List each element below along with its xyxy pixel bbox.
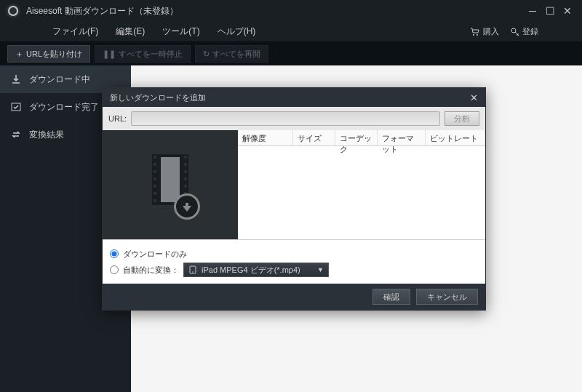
col-bitrate: ビットレート [426, 130, 485, 145]
register-button[interactable]: 登録 [511, 26, 538, 37]
buy-button[interactable]: 購入 [470, 26, 499, 37]
convert-icon [10, 129, 22, 140]
menu-help[interactable]: ヘルプ(H) [209, 25, 265, 38]
col-resolution: 解像度 [238, 130, 293, 145]
svg-point-1 [477, 34, 478, 36]
ok-button[interactable]: 確認 [372, 289, 410, 305]
url-input[interactable] [131, 111, 440, 126]
dialog-title: 新しいダウンロードを追加 [110, 92, 206, 103]
menu-file[interactable]: ファイル(F) [44, 25, 107, 38]
col-codec: コーデック [335, 130, 378, 145]
register-label: 登録 [522, 26, 538, 37]
cart-icon [470, 28, 480, 36]
col-format: フォーマット [378, 130, 426, 145]
titlebar: Aiseesoft 動画ダウンロード（未登録） ─ ☐ ✕ [0, 0, 582, 22]
toolbar: ＋ URLを貼り付け ❚❚ すべてを一時停止 ↻ すべてを再開 [0, 42, 582, 65]
app-title: Aiseesoft 動画ダウンロード（未登録） [26, 5, 178, 17]
add-download-dialog: 新しいダウンロードを追加 ✕ URL: 分析 解像度 サイズ コーデック フォー… [102, 87, 486, 311]
key-icon [511, 28, 519, 36]
plus-icon: ＋ [15, 49, 23, 60]
minimize-button[interactable]: ─ [524, 4, 541, 17]
download-only-radio[interactable] [110, 249, 119, 258]
cancel-button[interactable]: キャンセル [416, 289, 478, 305]
paste-url-button[interactable]: ＋ URLを貼り付け [7, 45, 90, 63]
dialog-footer: 確認 キャンセル [103, 284, 485, 310]
close-button[interactable]: ✕ [559, 4, 576, 17]
svg-point-5 [192, 271, 194, 273]
film-download-icon [145, 154, 196, 215]
resume-all-button[interactable]: ↻ すべてを再開 [195, 45, 268, 63]
url-label: URL: [108, 114, 127, 123]
analyze-button[interactable]: 分析 [445, 111, 479, 126]
menu-tools[interactable]: ツール(T) [154, 25, 208, 38]
svg-point-0 [473, 34, 474, 36]
format-selected-label: iPad MPEG4 ビデオ(*.mp4) [202, 265, 300, 276]
pause-icon: ❚❚ [103, 49, 116, 59]
url-row: URL: 分析 [103, 107, 485, 130]
buy-label: 購入 [483, 26, 499, 37]
sidebar-item-label: 変換結果 [29, 129, 64, 141]
paste-url-label: URLを貼り付け [26, 49, 82, 60]
pause-all-button[interactable]: ❚❚ すべてを一時停止 [95, 45, 191, 63]
resume-all-label: すべてを再開 [212, 49, 260, 60]
download-only-label: ダウンロードのみ [123, 249, 187, 260]
col-size: サイズ [293, 130, 335, 145]
device-icon [188, 265, 197, 274]
dialog-titlebar: 新しいダウンロードを追加 ✕ [103, 88, 485, 107]
format-list: 解像度 サイズ コーデック フォーマット ビットレート [238, 130, 485, 239]
app-logo-icon [6, 4, 20, 18]
thumbnail-area [103, 130, 238, 239]
sidebar-item-label: ダウンロード完了 [29, 101, 99, 113]
maximize-button[interactable]: ☐ [541, 4, 559, 17]
list-header: 解像度 サイズ コーデック フォーマット ビットレート [238, 130, 485, 146]
menu-edit[interactable]: 編集(E) [107, 25, 154, 38]
chevron-down-icon: ▼ [317, 266, 324, 273]
dialog-close-button[interactable]: ✕ [470, 92, 478, 103]
menubar: ファイル(F) 編集(E) ツール(T) ヘルプ(H) 購入 登録 [0, 22, 582, 42]
dialog-body: 解像度 サイズ コーデック フォーマット ビットレート [103, 130, 485, 239]
refresh-icon: ↻ [203, 49, 210, 59]
dialog-options: ダウンロードのみ 自動的に変換： iPad MPEG4 ビデオ(*.mp4) ▼ [103, 239, 485, 284]
auto-convert-radio[interactable] [110, 265, 119, 274]
download-icon [10, 73, 22, 85]
format-select[interactable]: iPad MPEG4 ビデオ(*.mp4) ▼ [183, 263, 329, 277]
auto-convert-label: 自動的に変換： [123, 265, 179, 276]
pause-all-label: すべてを一時停止 [119, 49, 183, 60]
check-list-icon [10, 101, 22, 113]
sidebar-item-label: ダウンロード中 [29, 73, 90, 86]
